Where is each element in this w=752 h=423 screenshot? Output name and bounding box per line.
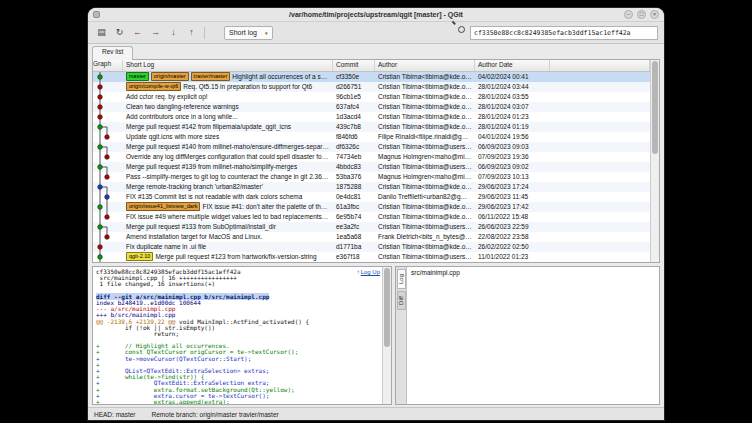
author-cell: Cristian Tibirna<tibirna@kde.org> [375, 92, 475, 102]
filter-button[interactable] [431, 25, 446, 40]
table-row[interactable]: Fix duplicate name in .ui file d1771ba C… [93, 242, 650, 252]
graph-cell [93, 72, 123, 82]
filler-cell [550, 232, 650, 242]
shortlog-cell: origin/compile-w-qt6Req. Qt5.15 in prepa… [123, 82, 333, 92]
table-row[interactable]: masterorigin/mastertravier/masterHighlig… [93, 72, 650, 82]
column-header-author[interactable]: Author [375, 60, 475, 71]
table-row[interactable]: Merge pull request #133 from SubOptimal/… [93, 222, 650, 232]
date-cell: 06/09/2023 09:02 [475, 162, 550, 172]
author-cell: Cristian Tibirna<tibirna@kde.org> [375, 182, 475, 192]
close-button[interactable]: × [650, 10, 659, 19]
open-repo-icon[interactable]: ▤ [94, 25, 109, 40]
author-cell: Filipe Rinaldi<filipe.rinaldi@gmail.c... [375, 132, 475, 142]
rev-list-table: Graph Short Log Commit Author Author Dat… [92, 59, 660, 263]
table-row[interactable]: Merge pull request #140 from millnet-mah… [93, 142, 650, 152]
search-button[interactable] [449, 25, 464, 40]
shortlog-text: Highlight all occurrences of a search te… [232, 73, 333, 80]
column-header-date[interactable]: Author Date [475, 60, 550, 71]
older-commit-icon[interactable]: ↓ [166, 25, 181, 40]
graph-cell [93, 202, 123, 212]
column-header-graph[interactable]: Graph [93, 60, 123, 71]
shortlog-cell: origin/issue41_listview_darkFIX issue #4… [123, 202, 333, 212]
shortlog-cell: Merge pull request #140 from millnet-mah… [123, 142, 333, 152]
table-row[interactable]: origin/issue41_listview_darkFIX issue #4… [93, 202, 650, 212]
graph-cell [93, 112, 123, 122]
back-icon[interactable]: ← [130, 25, 145, 40]
graph-cell [93, 92, 123, 102]
maximize-button[interactable]: □ [637, 10, 646, 19]
log-up-link[interactable]: ↑ Log Up [357, 269, 380, 275]
column-header-commit[interactable]: Commit [333, 60, 375, 71]
table-row[interactable]: Merge remote-tracking branch 'urban82/ma… [93, 182, 650, 192]
commit-cell: 1ea5a68 [333, 232, 375, 242]
date-cell: 06/09/2023 09:03 [475, 142, 550, 152]
date-cell: 26/06/2023 22:59 [475, 222, 550, 232]
shortlog-cell: Fix duplicate name in .ui file [123, 242, 333, 252]
table-row[interactable]: FIX issue #49 where multiple widget valu… [93, 212, 650, 222]
filler-cell [550, 192, 650, 202]
shortlog-cell: masterorigin/mastertravier/masterHighlig… [123, 72, 333, 82]
table-row[interactable]: Amend installation target for MacOS and … [93, 232, 650, 242]
tab-log[interactable]: Log [397, 269, 406, 289]
tab-diff[interactable]: Diff [397, 291, 406, 310]
table-row[interactable]: Merge pull request #139 from millnet-mah… [93, 162, 650, 172]
file-item[interactable]: src/mainimpl.cpp [411, 269, 655, 276]
ref-badge: master [126, 72, 149, 81]
date-cell: 28/01/2024 03:55 [475, 92, 550, 102]
newer-commit-icon[interactable]: ↑ [184, 25, 199, 40]
table-row[interactable]: Add cctor req. by explicit op! 96cb1e5 C… [93, 92, 650, 102]
refresh-icon[interactable]: ↻ [112, 25, 127, 40]
shortlog-text: Merge pull request #123 from hartwork/fi… [155, 253, 316, 260]
author-cell: Magnus Holmgren<maho@millnet... [375, 152, 475, 162]
table-row[interactable]: Add contributors once in a long while...… [93, 112, 650, 122]
graph-cell [93, 122, 123, 132]
table-row[interactable]: Clean two dangling-reference warnings 63… [93, 102, 650, 112]
diff-scrollbar[interactable] [382, 267, 391, 404]
table-row[interactable]: Override any log diffMerges configuratio… [93, 152, 650, 162]
table-row[interactable]: qgit-2.10Merge pull request #123 from ha… [93, 252, 650, 262]
graph-cell [93, 162, 123, 172]
commit-cell: 439c7b8 [333, 122, 375, 132]
shortlog-cell: Merge pull request #142 from filipemaia/… [123, 122, 333, 132]
table-scrollbar[interactable] [650, 60, 659, 262]
shortlog-cell: Merge pull request #139 from millnet-mah… [123, 162, 333, 172]
view-dropdown[interactable]: Short log ▾ [224, 26, 273, 40]
sha-input[interactable] [470, 26, 658, 40]
tab-rev-list[interactable]: Rev list [92, 46, 133, 60]
shortlog-cell: FIX #135 Commit list is not readable wit… [123, 192, 333, 202]
titlebar[interactable]: /var/home/tim/projects/upstream/qgit [ma… [88, 8, 664, 22]
filler-cell [550, 242, 650, 252]
commit-cell: 637afc4 [333, 102, 375, 112]
forward-icon[interactable]: → [148, 25, 163, 40]
shortlog-text: Merge pull request #142 from filipemaia/… [126, 123, 291, 130]
table-row[interactable]: origin/compile-w-qt6Req. Qt5.15 in prepa… [93, 82, 650, 92]
column-header-shortlog[interactable]: Short Log [123, 60, 333, 71]
date-cell: 06/11/2022 15:48 [475, 212, 550, 222]
filler-cell [550, 162, 650, 172]
diff-scrollbar-thumb[interactable] [384, 268, 390, 347]
filler-cell [550, 252, 650, 262]
date-cell: 07/09/2023 19:36 [475, 152, 550, 162]
shortlog-text: FIX issue #49 where multiple widget valu… [126, 213, 333, 220]
author-cell: Cristian Tibirna<tibirna@kde.org> [375, 122, 475, 132]
minimize-button[interactable]: – [624, 10, 633, 19]
shortlog-cell: Add contributors once in a long while... [123, 112, 333, 122]
graph-cell [93, 182, 123, 192]
table-row[interactable]: FIX #135 Commit list is not readable wit… [93, 192, 650, 202]
table-row[interactable]: Update qgit.icns with more sizes f846fd6… [93, 132, 650, 142]
shortlog-cell: Amend installation target for MacOS and … [123, 232, 333, 242]
filler-cell [550, 182, 650, 192]
commit-cell: 74734eb [333, 152, 375, 162]
app-icon [93, 11, 100, 18]
filler-cell [550, 122, 650, 132]
chevron-down-icon: ▾ [265, 30, 268, 36]
date-cell: 29/06/2023 17:24 [475, 182, 550, 192]
table-scrollbar-thumb[interactable] [652, 61, 658, 154]
shortlog-cell: qgit-2.10Merge pull request #123 from ha… [123, 252, 333, 262]
commit-cell: df6326c [333, 142, 375, 152]
table-row[interactable]: Pass --simplify-merges to git log to cou… [93, 172, 650, 182]
head-label: HEAD: master [94, 411, 136, 418]
toolbar: ▤↻←→↓↑ Short log ▾ [88, 22, 664, 44]
shortlog-text: Merge pull request #139 from millnet-mah… [126, 163, 297, 170]
table-row[interactable]: Merge pull request #142 from filipemaia/… [93, 122, 650, 132]
